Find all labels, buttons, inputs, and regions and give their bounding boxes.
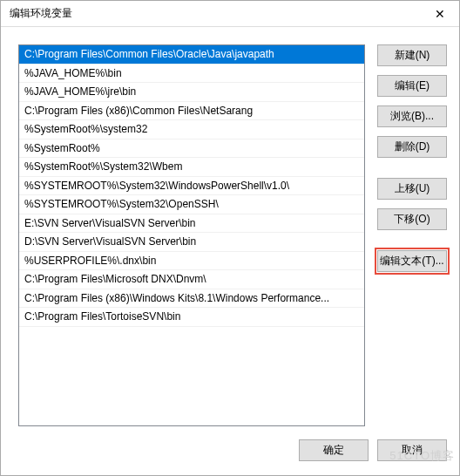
list-item[interactable]: %SystemRoot%\System32\Wbem — [19, 158, 364, 177]
edit-button[interactable]: 编辑(E) — [377, 75, 447, 97]
browse-button[interactable]: 浏览(B)... — [377, 105, 447, 127]
list-item[interactable]: E:\SVN Server\VisualSVN Server\bin — [19, 214, 364, 234]
content-area: C:\Program Files\Common Files\Oracle\Jav… — [1, 27, 459, 433]
button-column: 新建(N) 编辑(E) 浏览(B)... 删除(D) 上移(U) 下移(O) 编… — [377, 44, 447, 428]
list-item[interactable]: %JAVA_HOME%\jre\bin — [19, 83, 364, 102]
edit-text-button[interactable]: 编辑文本(T)... — [377, 250, 447, 272]
list-item[interactable]: %SystemRoot% — [19, 139, 364, 159]
move-down-button[interactable]: 下移(O) — [377, 208, 447, 230]
list-item[interactable]: %SYSTEMROOT%\System32\OpenSSH\ — [19, 195, 364, 214]
list-item[interactable]: C:\Program Files (x86)\Common Files\NetS… — [19, 102, 364, 121]
move-up-button[interactable]: 上移(U) — [377, 178, 447, 200]
new-button[interactable]: 新建(N) — [377, 44, 447, 66]
close-icon: ✕ — [435, 7, 445, 21]
list-item[interactable]: %SYSTEMROOT%\System32\WindowsPowerShell\… — [19, 177, 364, 196]
list-item[interactable]: %SystemRoot%\system32 — [19, 120, 364, 139]
dialog-footer: 确定 取消 — [1, 433, 459, 475]
ok-button[interactable]: 确定 — [299, 439, 369, 461]
list-item[interactable]: C:\Program Files\Microsoft DNX\Dnvm\ — [19, 270, 364, 289]
cancel-button[interactable]: 取消 — [377, 439, 447, 461]
close-button[interactable]: ✕ — [420, 1, 459, 26]
titlebar: 编辑环境变量 ✕ — [1, 1, 459, 27]
list-item[interactable]: %USERPROFILE%\.dnx\bin — [19, 252, 364, 271]
window-title: 编辑环境变量 — [10, 6, 72, 21]
delete-button[interactable]: 删除(D) — [377, 136, 447, 158]
list-item[interactable]: C:\Program Files\TortoiseSVN\bin — [19, 308, 364, 327]
list-item[interactable]: C:\Program Files\Common Files\Oracle\Jav… — [19, 45, 364, 65]
path-listbox[interactable]: C:\Program Files\Common Files\Oracle\Jav… — [18, 44, 365, 426]
edit-text-highlight: 编辑文本(T)... — [375, 248, 450, 275]
list-item[interactable]: C:\Program Files (x86)\Windows Kits\8.1\… — [19, 289, 364, 309]
dialog-window: 编辑环境变量 ✕ C:\Program Files\Common Files\O… — [0, 0, 460, 476]
list-item[interactable]: %JAVA_HOME%\bin — [19, 65, 364, 84]
list-item[interactable]: D:\SVN Server\VisualSVN Server\bin — [19, 233, 364, 252]
